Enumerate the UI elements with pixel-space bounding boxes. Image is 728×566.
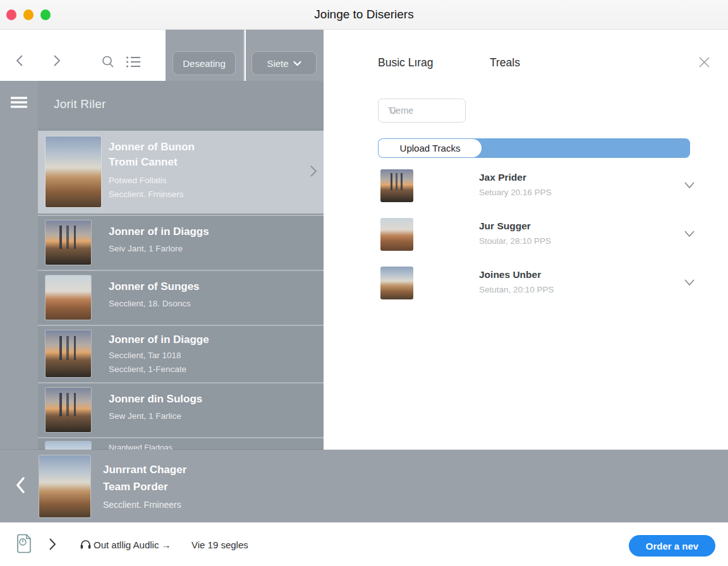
item-title: Jonner of in Diagge bbox=[109, 332, 298, 347]
siete-dropdown-button[interactable]: Siete bbox=[252, 51, 317, 75]
album-art bbox=[46, 275, 91, 320]
album-art bbox=[46, 220, 91, 265]
item-title: Jonner of Sunges bbox=[109, 279, 298, 294]
tab-treals[interactable]: Treals bbox=[490, 56, 520, 69]
now-playing-title: Junrrant Chager bbox=[103, 461, 186, 478]
theme-select[interactable]: Tleme bbox=[378, 99, 466, 123]
upload-tracks-button[interactable]: Upload Tracks bbox=[379, 139, 482, 157]
library-header: Jorit Riler bbox=[38, 81, 324, 128]
order-button[interactable]: Order a nev bbox=[629, 535, 715, 557]
chevron-down-icon bbox=[388, 107, 457, 117]
detail-panel: Busic Lırag Treals Tleme Upload Tracks J… bbox=[324, 30, 728, 450]
item-subtitle: Secclient, 1-Fencate bbox=[109, 363, 298, 376]
album-art bbox=[46, 330, 91, 377]
chevron-down-icon[interactable] bbox=[684, 229, 695, 240]
deseating-button[interactable]: Deseating bbox=[173, 51, 236, 75]
item-subtitle: Potwed Follatis bbox=[109, 174, 298, 188]
hamburger-menu-icon[interactable] bbox=[10, 96, 28, 111]
search-icon[interactable] bbox=[101, 55, 115, 71]
library-item[interactable]: Jonner of Sunges Secclient, 18. Dsoncs bbox=[38, 270, 324, 323]
library-list: Jonner of Bunon Tromi Cannet Potwed Foll… bbox=[38, 128, 324, 450]
chevron-down-icon[interactable] bbox=[684, 180, 695, 191]
expand-chevron-icon[interactable] bbox=[48, 538, 57, 553]
library-item-selected[interactable]: Jonner of Bunon Tromi Cannet Potwed Foll… bbox=[38, 131, 324, 214]
toolbar-segment: Siete bbox=[246, 30, 324, 81]
upload-tracks-label: Upload Tracks bbox=[400, 143, 461, 154]
forward-icon[interactable] bbox=[51, 54, 63, 70]
tab-busic-lirag[interactable]: Busic Lırag bbox=[378, 56, 434, 69]
item-subtitle: Sew Jent, 1 Farlice bbox=[109, 409, 298, 423]
library-item[interactable]: Jonner of in Diaggs Seiv Jant, 1 Farlore bbox=[38, 215, 324, 268]
track-name: Jax Prider bbox=[479, 172, 526, 183]
segments-count-label: Vie 19 segles bbox=[191, 539, 248, 550]
album-art bbox=[46, 442, 91, 450]
library-title: Jorit Riler bbox=[54, 97, 106, 111]
track-art bbox=[380, 218, 413, 251]
item-subtitle: Nranlwed Fladoas bbox=[109, 441, 298, 450]
item-subtitle: Secclient, 18. Dsoncs bbox=[109, 297, 298, 311]
now-playing-title: Team Porder bbox=[103, 478, 186, 495]
track-art bbox=[380, 267, 413, 299]
close-icon[interactable] bbox=[698, 56, 710, 71]
item-title: Tromi Cannet bbox=[109, 155, 298, 170]
item-subtitle: Secclient, Tar 1018 bbox=[109, 349, 298, 363]
file-badge-icon[interactable] bbox=[16, 534, 32, 556]
item-title: Jonner of Bunon bbox=[109, 140, 298, 155]
audio-output-icon bbox=[79, 537, 92, 553]
track-meta: Setutan, 20:10 PPS bbox=[479, 285, 554, 294]
track-name: Joines Unber bbox=[479, 269, 541, 280]
item-subtitle: Secclient. Frninsers bbox=[109, 188, 298, 202]
now-playing-art bbox=[39, 455, 90, 517]
library-item-partial[interactable]: Nranlwed Fladoas bbox=[38, 437, 324, 450]
track-row[interactable]: Jax Prider Setuary 20.16 PPS bbox=[378, 169, 699, 203]
track-row[interactable]: Joines Unber Setutan, 20:10 PPS bbox=[378, 267, 699, 301]
app-window: Joinge to Diseriers Deseating Siete Jori… bbox=[0, 0, 728, 566]
item-title: Jonner of in Diaggs bbox=[109, 224, 298, 239]
deseating-label: Deseating bbox=[183, 58, 226, 69]
list-view-icon[interactable] bbox=[126, 56, 141, 71]
album-art bbox=[46, 388, 91, 432]
toolbar-segment: Deseating bbox=[166, 30, 245, 81]
album-art bbox=[46, 136, 101, 207]
library-item[interactable]: Jonner din Sulogs Sew Jent, 1 Farlice bbox=[38, 382, 324, 436]
left-rail bbox=[0, 81, 38, 450]
library-item[interactable]: Jonner of in Diagge Secclient, Tar 1018 … bbox=[38, 325, 324, 381]
upload-tracks-bar[interactable]: Upload Tracks bbox=[378, 138, 690, 158]
collapse-chevron-icon[interactable] bbox=[15, 476, 26, 497]
track-art bbox=[380, 169, 413, 202]
track-meta: Setuary 20.16 PPS bbox=[479, 188, 552, 197]
chevron-right-icon bbox=[309, 165, 317, 180]
now-playing-bar: Junrrant Chager Team Porder Secclient. F… bbox=[0, 450, 728, 522]
window-title: Joinge to Diseriers bbox=[0, 8, 728, 21]
now-playing-subtitle: Secclient. Frnineers bbox=[103, 495, 186, 514]
titlebar: Joinge to Diseriers bbox=[0, 0, 728, 30]
track-name: Jur Sugger bbox=[479, 220, 531, 232]
chevron-down-icon bbox=[293, 61, 301, 66]
item-subtitle: Seiv Jant, 1 Farlore bbox=[109, 242, 298, 256]
chevron-down-icon[interactable] bbox=[684, 277, 695, 289]
track-row[interactable]: Jur Sugger Stoular, 28:10 PPS bbox=[378, 218, 699, 252]
back-icon[interactable] bbox=[14, 54, 26, 70]
audio-output-label[interactable]: Out atllig Audlic → bbox=[94, 539, 171, 550]
siete-label: Siete bbox=[267, 58, 288, 69]
item-title: Jonner din Sulogs bbox=[109, 392, 298, 407]
footer-bar: Out atllig Audlic → Vie 19 segles Order … bbox=[0, 522, 728, 566]
track-meta: Stoular, 28:10 PPS bbox=[479, 236, 551, 246]
